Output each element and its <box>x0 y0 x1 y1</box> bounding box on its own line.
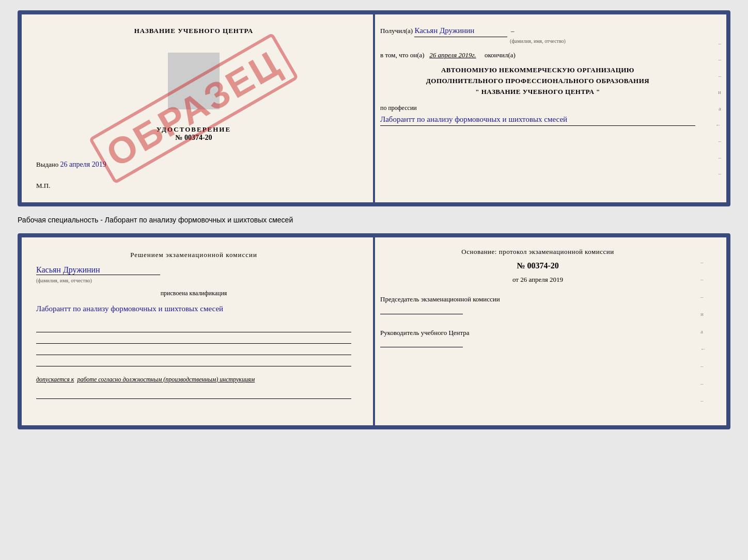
cert-issued-date: 26 апреля 2019 <box>60 161 106 168</box>
qual-assigned-label: присвоена квалификация <box>36 290 351 297</box>
specialty-text: Рабочая специальность - Лаборант по анал… <box>18 213 730 227</box>
cert-udost-block: УДОСТОВЕРЕНИЕ № 00374-20 <box>157 125 231 142</box>
qual-osnov: Основание: протокол экзаменационной коми… <box>380 248 695 256</box>
cert-received-name: Касьян Дружинин <box>414 25 507 37</box>
cert-completed-line: в том, что он(а) 26 апреля 2019г. окончи… <box>380 50 695 60</box>
cert-mp: М.П. <box>36 182 50 190</box>
cert-issued-label: Выдано <box>36 161 58 168</box>
qual-name-block: Касьян Дружинин (фамилия, имя, отчество) <box>36 265 351 284</box>
qual-right-margin-marks: – – – и а ← – – – <box>700 248 721 415</box>
qual-profession: Лаборантт по анализу формовочных и шихто… <box>36 302 351 315</box>
top-certificate-book: НАЗВАНИЕ УЧЕБНОГО ЦЕНТРА УДОСТОВЕРЕНИЕ №… <box>18 10 730 206</box>
cert-photo-placeholder <box>168 53 220 109</box>
qual-date-value: 26 апреля 2019 <box>520 276 563 283</box>
qual-president-label: Председатель экзаменационной комиссии <box>380 294 695 305</box>
qual-line-1 <box>36 324 351 332</box>
right-margin-marks: – – – и а ← – – – <box>700 30 721 187</box>
cert-udost-label: УДОСТОВЕРЕНИЕ <box>157 125 231 134</box>
cert-left-page: НАЗВАНИЕ УЧЕБНОГО ЦЕНТРА УДОСТОВЕРЕНИЕ №… <box>22 14 366 202</box>
cert-number: № 00374-20 <box>157 134 231 142</box>
qual-head-label: Руководитель учебного Центра <box>380 328 695 338</box>
cert-school-name: НАЗВАНИЕ УЧЕБНОГО ЦЕНТРА <box>134 27 254 35</box>
qual-president-sign-line <box>380 314 463 314</box>
cert-completed-date: 26 апреля 2019г. <box>429 51 476 59</box>
qual-protocol-num: № 00374-20 <box>380 261 695 270</box>
qual-line-2 <box>36 335 351 344</box>
qual-left-page: Решением экзаменационной комиссии Касьян… <box>22 237 366 425</box>
cert-org-block: АВТОНОМНУЮ НЕКОММЕРЧЕСКУЮ ОРГАНИЗАЦИЮ ДО… <box>380 65 695 97</box>
qual-line-3 <box>36 347 351 355</box>
qual-line-4 <box>36 358 351 366</box>
qual-допуск-prefix: допускается к <box>36 376 74 383</box>
qual-date-prefix: от <box>512 276 519 283</box>
cert-received-prefix: Получил(а) <box>380 27 413 35</box>
qual-допуск-line <box>36 391 351 399</box>
qual-signature-lines <box>36 324 351 366</box>
cert-received-line: Получил(а) Касьян Дружинин – (фамилия, и… <box>380 25 695 45</box>
cert-completed-suffix: окончил(а) <box>485 51 516 59</box>
qual-допуск-text: работе согласно должностным (производств… <box>77 376 255 383</box>
qual-head-sign-line <box>380 347 463 347</box>
cert-completed-prefix: в том, что он(а) <box>380 51 425 59</box>
qual-допуск: допускается к работе согласно должностны… <box>36 376 351 383</box>
qual-name-sublabel: (фамилия, имя, отчество) <box>36 278 92 283</box>
cert-profession-block: по профессии Лаборантт по анализу формов… <box>380 102 695 126</box>
cert-name-sublabel: (фамилия, имя, отчество) <box>380 37 695 45</box>
cert-org-line2: ДОПОЛНИТЕЛЬНОГО ПРОФЕССИОНАЛЬНОГО ОБРАЗО… <box>380 76 695 87</box>
bottom-qualification-book: Решением экзаменационной комиссии Касьян… <box>18 233 730 429</box>
cert-org-line1: АВТОНОМНУЮ НЕКОММЕРЧЕСКУЮ ОРГАНИЗАЦИЮ <box>380 65 695 76</box>
cert-profession-label: по профессии <box>380 104 695 112</box>
qual-date: от 26 апреля 2019 <box>380 276 695 284</box>
document-container: НАЗВАНИЕ УЧЕБНОГО ЦЕНТРА УДОСТОВЕРЕНИЕ №… <box>18 10 730 429</box>
cert-issued-line: Выдано 26 апреля 2019 <box>36 161 106 169</box>
cert-org-line3: " НАЗВАНИЕ УЧЕБНОГО ЦЕНТРА " <box>380 87 695 98</box>
cert-profession-value: Лаборантт по анализу формовочных и шихто… <box>380 113 695 126</box>
qual-section-title: Решением экзаменационной комиссии <box>36 250 351 260</box>
qual-name: Касьян Дружинин <box>36 265 160 275</box>
cert-right-page: Получил(а) Касьян Дружинин – (фамилия, и… <box>366 14 726 202</box>
qual-right-page: Основание: протокол экзаменационной коми… <box>366 237 726 425</box>
